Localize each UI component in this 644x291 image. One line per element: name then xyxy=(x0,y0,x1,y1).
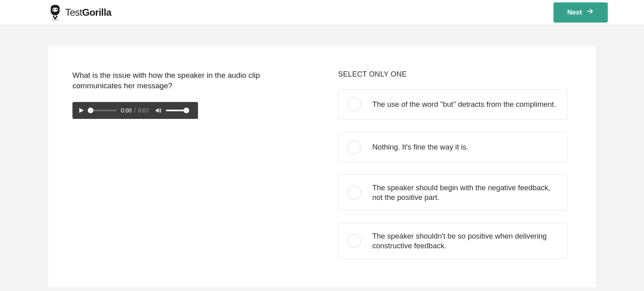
volume-thumb[interactable] xyxy=(184,108,189,113)
answers-column: SELECT ONLY ONE The use of the word "but… xyxy=(338,70,568,259)
options-list: The use of the word "but" detracts from … xyxy=(338,89,568,259)
question-card: What is the issue with how the speaker i… xyxy=(48,46,596,287)
radio-icon[interactable] xyxy=(347,98,361,111)
svg-point-2 xyxy=(56,8,58,10)
arrow-right-icon xyxy=(586,7,594,17)
question-text: What is the issue with how the speaker i… xyxy=(72,70,298,91)
next-button-label: Next xyxy=(567,8,582,17)
answer-option-label: The use of the word "but" detracts from … xyxy=(372,100,556,109)
question-column: What is the issue with how the speaker i… xyxy=(72,70,314,259)
answer-option-label: The speaker shouldn't be so positive whe… xyxy=(372,231,557,251)
brand-logo: TestGorilla xyxy=(48,4,111,21)
answer-option-label: The speaker should begin with the negati… xyxy=(372,183,557,202)
audio-duration: 0:07 xyxy=(138,107,149,114)
app-header: TestGorilla Next xyxy=(0,0,644,25)
audio-current-time: 0:00 xyxy=(121,107,132,114)
next-button[interactable]: Next xyxy=(553,2,608,23)
answer-option[interactable]: The speaker should begin with the negati… xyxy=(338,175,568,211)
radio-icon[interactable] xyxy=(347,140,361,154)
radio-icon[interactable] xyxy=(347,234,361,248)
brand-name: TestGorilla xyxy=(65,7,111,18)
answer-option-label: Nothing. It's fine the way it is. xyxy=(372,142,469,152)
answer-instruction: SELECT ONLY ONE xyxy=(338,70,568,79)
audio-time-separator: / xyxy=(134,107,136,114)
radio-icon[interactable] xyxy=(347,186,361,200)
page-body: What is the issue with how the speaker i… xyxy=(0,25,644,291)
answer-option[interactable]: Nothing. It's fine the way it is. xyxy=(338,132,568,162)
gorilla-icon xyxy=(48,4,62,21)
audio-player[interactable]: 0:00 / 0:07 xyxy=(72,102,198,119)
audio-seek-thumb[interactable] xyxy=(88,108,93,113)
play-icon[interactable] xyxy=(78,107,85,114)
volume-icon[interactable] xyxy=(155,107,162,114)
audio-time: 0:00 / 0:07 xyxy=(121,107,149,114)
audio-seek-bar[interactable] xyxy=(89,110,117,111)
svg-point-1 xyxy=(53,8,55,10)
volume-bar[interactable] xyxy=(166,110,188,111)
answer-option[interactable]: The speaker shouldn't be so positive whe… xyxy=(338,223,568,259)
answer-option[interactable]: The use of the word "but" detracts from … xyxy=(338,89,568,120)
